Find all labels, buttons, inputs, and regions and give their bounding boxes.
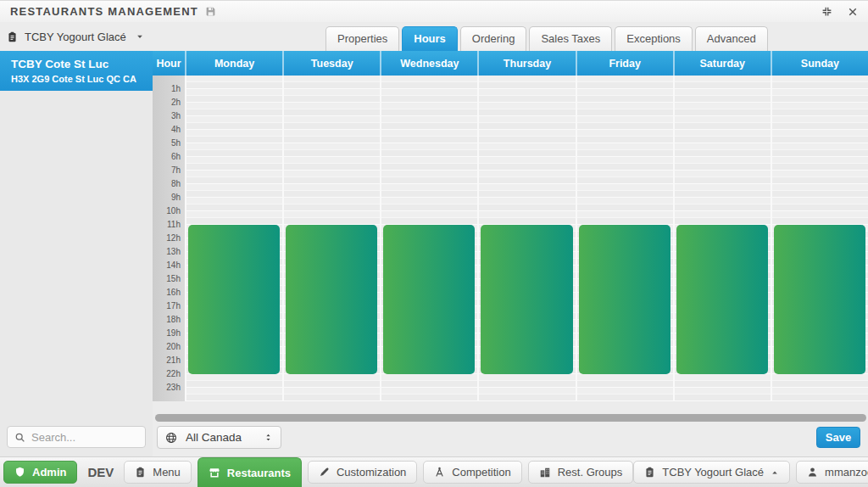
restaurants-button[interactable]: Restaurants [198, 457, 302, 487]
region-filter-select[interactable]: All Canada [157, 426, 281, 449]
page-title: RESTAURANTS MANAGEMENT [10, 5, 198, 18]
hour-gutter: 1h2h3h4h5h6h7h8h9h10h11h12h13h14h15h16h1… [153, 76, 185, 401]
tcby-yogourt-glac-dropdown[interactable]: TCBY Yogourt Glacé [633, 461, 790, 484]
hour-label: 10h [166, 205, 181, 217]
hour-label: 22h [166, 368, 181, 380]
hour-label: 8h [171, 178, 181, 190]
open-hours-block-thursday[interactable] [481, 225, 572, 374]
day-header-monday: Monday [185, 51, 282, 76]
restaurant-group-dropdown[interactable]: TCBY Yogourt Glacé [7, 26, 144, 47]
hour-label: 14h [166, 260, 181, 271]
region-filter-value: All Canada [186, 431, 242, 444]
hour-label: 15h [166, 273, 181, 285]
hour-label: 7h [171, 165, 181, 176]
toolbar-right-group: TCBY Yogourt Glacémmanzoor [633, 461, 868, 487]
restaurant-group-label: TCBY Yogourt Glacé [25, 31, 126, 43]
hour-label: 5h [171, 137, 181, 149]
hour-label: 12h [166, 232, 181, 244]
open-hours-block-wednesday[interactable] [383, 225, 475, 374]
day-column-saturday[interactable] [673, 76, 771, 401]
menu-button[interactable]: Menu [124, 461, 192, 484]
compass-icon [434, 467, 445, 478]
admin-button-label: Admin [32, 466, 66, 479]
clipboard-icon [644, 467, 655, 478]
hour-label: 21h [166, 355, 181, 367]
clipboard-icon [7, 31, 18, 42]
day-header-friday: Friday [576, 51, 673, 76]
hour-label: 23h [166, 382, 181, 394]
restaurant-list-sidebar: TCBY Cote St Luc H3X 2G9 Cote St Luc QC … [0, 51, 153, 456]
menu-button-label: Menu [153, 466, 181, 479]
rest-groups-button[interactable]: Rest. Groups [528, 461, 634, 484]
chevron-up-icon [771, 468, 779, 477]
app-window: RESTAURANTS MANAGEMENT TCBY Yogourt Glac… [0, 0, 868, 487]
customization-button[interactable]: Customization [308, 461, 417, 484]
day-header-wednesday: Wednesday [380, 51, 477, 76]
open-hours-block-monday[interactable] [188, 225, 280, 374]
hour-label: 2h [171, 97, 181, 109]
hour-label: 17h [166, 300, 181, 312]
hour-label: 4h [171, 124, 181, 136]
admin-button[interactable]: Admin [3, 461, 77, 484]
horizontal-scrollbar[interactable] [155, 414, 866, 422]
open-hours-block-tuesday[interactable] [286, 225, 377, 374]
sub-header: TCBY Yogourt Glacé PropertiesHoursOrderi… [0, 22, 868, 51]
tcby-yogourt-glac-dropdown-label: TCBY Yogourt Glacé [662, 466, 764, 479]
tab-exceptions[interactable]: Exceptions [615, 26, 693, 51]
restaurant-list-item-selected[interactable]: TCBY Cote St Luc H3X 2G9 Cote St Luc QC … [0, 51, 153, 91]
day-column-wednesday[interactable] [380, 76, 477, 401]
hour-label: 13h [166, 246, 181, 258]
close-icon[interactable] [848, 7, 858, 17]
tab-hours[interactable]: Hours [402, 26, 458, 51]
chevron-down-icon [136, 32, 144, 41]
hour-label: 1h [171, 83, 181, 95]
mmanzoor-dropdown[interactable]: mmanzoor [796, 461, 868, 484]
save-button[interactable]: Save [816, 427, 860, 448]
schedule-header-row: Hour MondayTuesdayWednesdayThursdayFrida… [153, 51, 868, 76]
clipboard-icon [135, 467, 146, 478]
day-column-tuesday[interactable] [282, 76, 380, 401]
bottom-toolbar: AdminDEVMenuRestaurantsCustomizationComp… [0, 456, 868, 487]
open-hours-block-saturday[interactable] [676, 225, 768, 374]
save-state-icon[interactable] [205, 6, 216, 17]
search-input[interactable] [31, 431, 138, 444]
hour-column-header: Hour [153, 51, 185, 76]
hour-label: 20h [166, 341, 181, 353]
day-column-thursday[interactable] [477, 76, 575, 401]
day-columns [185, 76, 868, 401]
shield-icon [14, 467, 25, 478]
hour-label: 6h [171, 151, 181, 163]
hour-label: 18h [166, 314, 181, 326]
schedule-grid: 1h2h3h4h5h6h7h8h9h10h11h12h13h14h15h16h1… [153, 76, 868, 401]
tab-sales-taxes[interactable]: Sales Taxes [529, 26, 612, 51]
tab-ordering[interactable]: Ordering [460, 26, 527, 51]
day-column-monday[interactable] [185, 76, 282, 401]
tab-properties[interactable]: Properties [326, 26, 399, 51]
open-hours-block-friday[interactable] [579, 225, 670, 374]
select-arrows-icon [264, 433, 273, 442]
competition-button[interactable]: Competition [423, 461, 521, 484]
day-header-tuesday: Tuesday [282, 51, 380, 76]
search-icon [14, 432, 25, 443]
open-hours-block-sunday[interactable] [774, 225, 865, 374]
restaurants-button-label: Restaurants [227, 467, 291, 479]
storefront-icon [209, 467, 220, 479]
day-column-friday[interactable] [576, 76, 673, 401]
competition-button-label: Competition [452, 466, 510, 479]
tab-advanced[interactable]: Advanced [695, 26, 768, 51]
day-column-sunday[interactable] [771, 76, 868, 401]
day-header-saturday: Saturday [673, 51, 771, 76]
window-controls [821, 6, 858, 17]
user-icon [807, 467, 818, 478]
compress-icon[interactable] [821, 6, 832, 17]
toolbar-left-group: AdminDEVMenuRestaurantsCustomizationComp… [3, 457, 633, 487]
customization-button-label: Customization [337, 466, 406, 479]
hour-label: 19h [166, 327, 181, 339]
buildings-icon [539, 467, 551, 479]
tab-bar: PropertiesHoursOrderingSales TaxesExcept… [326, 26, 771, 51]
hour-label: 3h [171, 110, 181, 122]
day-header-sunday: Sunday [771, 51, 868, 76]
globe-icon [165, 432, 177, 444]
mmanzoor-dropdown-label: mmanzoor [825, 466, 868, 479]
rest-groups-button-label: Rest. Groups [558, 466, 623, 479]
